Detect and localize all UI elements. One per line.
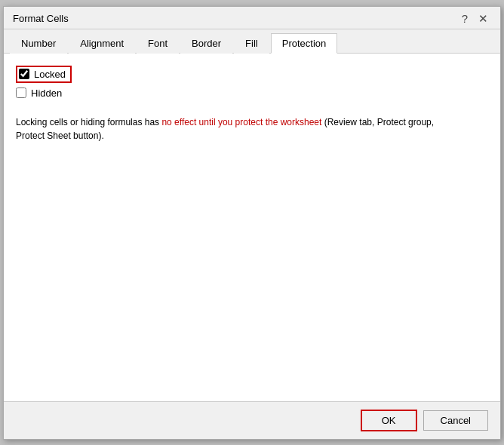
locked-label: Locked (34, 69, 66, 80)
close-button[interactable]: ✕ (475, 13, 491, 24)
hidden-checkbox-wrapper[interactable]: Hidden (16, 87, 62, 99)
tab-border[interactable]: Border (180, 33, 232, 54)
content-spacer (16, 143, 488, 389)
protection-description: Locking cells or hiding formulas has no … (16, 115, 453, 143)
hidden-row: Hidden (16, 87, 488, 101)
dialog-title: Format Cells (13, 13, 69, 24)
help-button[interactable]: ? (459, 13, 471, 24)
description-highlight: no effect until you protect the workshee… (161, 117, 321, 127)
locked-checkbox-wrapper[interactable]: Locked (16, 66, 72, 83)
tab-protection[interactable]: Protection (271, 33, 338, 54)
tab-font[interactable]: Font (137, 33, 179, 54)
tab-bar: Number Alignment Font Border Fill Protec… (4, 29, 500, 54)
locked-row: Locked (16, 66, 488, 83)
title-bar-controls: ? ✕ (459, 13, 491, 24)
dialog-footer: OK Cancel (4, 401, 500, 439)
description-part1: Locking cells or hiding formulas has (16, 117, 161, 127)
tab-alignment[interactable]: Alignment (69, 33, 135, 54)
hidden-checkbox[interactable] (16, 87, 26, 98)
locked-checkbox[interactable] (19, 69, 29, 79)
title-bar: Format Cells ? ✕ (4, 7, 500, 29)
hidden-label: Hidden (31, 87, 62, 99)
format-cells-dialog: Format Cells ? ✕ Number Alignment Font B… (3, 6, 501, 440)
ok-button[interactable]: OK (361, 410, 417, 431)
tab-content-protection: Locked Hidden Locking cells or hiding fo… (4, 54, 500, 401)
tab-number[interactable]: Number (10, 33, 67, 54)
tab-fill[interactable]: Fill (234, 33, 269, 54)
cancel-button[interactable]: Cancel (423, 410, 488, 431)
